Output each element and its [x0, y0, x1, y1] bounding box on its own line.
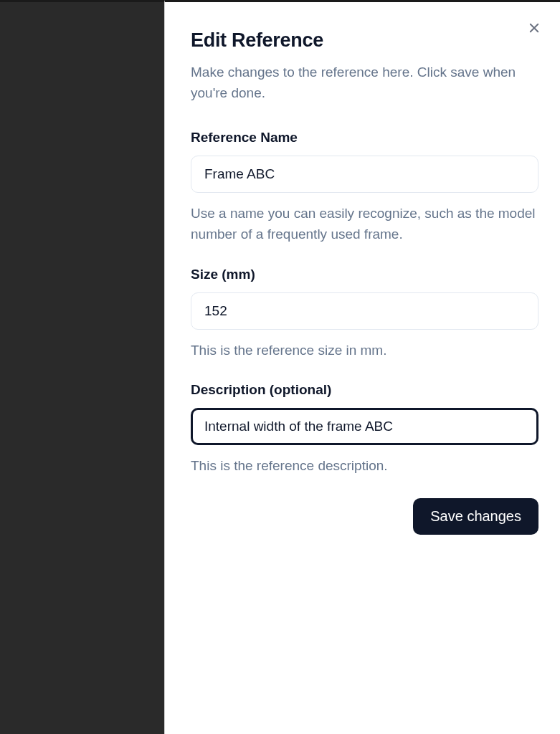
size-hint: This is the reference size in mm. [191, 340, 538, 361]
reference-name-label: Reference Name [191, 130, 538, 146]
description-label: Description (optional) [191, 382, 538, 398]
size-input[interactable] [191, 292, 538, 330]
reference-name-input[interactable] [191, 156, 538, 193]
button-row: Save changes [191, 498, 538, 535]
close-button[interactable] [526, 19, 543, 37]
description-input[interactable] [191, 408, 538, 445]
size-label: Size (mm) [191, 267, 538, 282]
close-icon [528, 22, 541, 34]
reference-name-hint: Use a name you can easily recognize, suc… [191, 203, 538, 245]
edit-reference-panel: Edit Reference Make changes to the refer… [164, 0, 560, 734]
description-group: Description (optional) This is the refer… [191, 382, 538, 476]
size-group: Size (mm) This is the reference size in … [191, 267, 538, 361]
dialog-title: Edit Reference [191, 29, 538, 52]
reference-name-group: Reference Name Use a name you can easily… [191, 130, 538, 245]
dialog-subtitle: Make changes to the reference here. Clic… [191, 62, 538, 104]
save-button[interactable]: Save changes [413, 498, 538, 535]
description-hint: This is the reference description. [191, 455, 538, 476]
sidebar-backdrop [0, 0, 164, 734]
